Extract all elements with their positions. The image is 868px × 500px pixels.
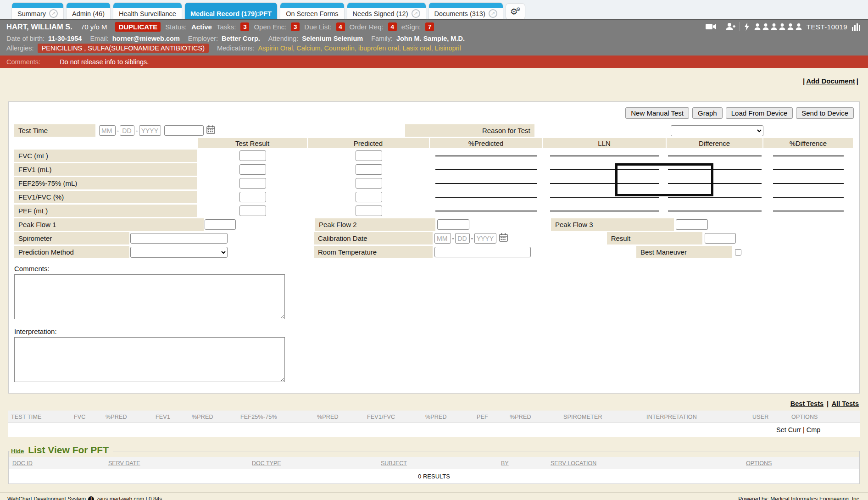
result-input[interactable]: [705, 233, 736, 244]
interpretation-textarea[interactable]: [14, 337, 285, 382]
tasks-badge[interactable]: 3: [240, 22, 249, 31]
send-to-device-button[interactable]: Send to Device: [796, 107, 854, 119]
test-date-month-input[interactable]: [99, 125, 116, 136]
email-label: Email:: [90, 35, 108, 42]
percent-difference-value-line: [773, 211, 844, 211]
allergies-value[interactable]: PENICILLINS , SULFA(SULFONAMIDE ANTIBIOT…: [38, 44, 209, 53]
predicted-input[interactable]: [356, 178, 382, 189]
prediction-method-select[interactable]: [130, 247, 228, 258]
separator: |: [827, 400, 829, 407]
tab-medical-record[interactable]: Medical Record (179):PFT: [185, 3, 277, 19]
predicted-input[interactable]: [356, 150, 382, 161]
info-icon[interactable]: i: [88, 496, 94, 500]
set-curr-cmp-actions[interactable]: Set Curr | Cmp: [776, 426, 820, 433]
list-column-header[interactable]: DOC ID: [12, 460, 33, 467]
test-date-year-input[interactable]: [139, 125, 161, 136]
medications-value[interactable]: Aspirin Oral, Calcium, Coumadin, ibuprof…: [258, 44, 461, 52]
test-result-input[interactable]: [239, 178, 266, 189]
tab-label: Admin (46): [72, 10, 105, 17]
patient-queue-icons[interactable]: [754, 23, 802, 30]
test-date-day-input[interactable]: [120, 125, 134, 136]
settings-button[interactable]: ⚙⚙: [506, 4, 525, 19]
tab-on-screen-forms[interactable]: On Screen Forms: [280, 3, 344, 19]
test-result-input[interactable]: [239, 192, 266, 202]
list-column-header[interactable]: DOC TYPE: [252, 460, 281, 467]
list-view-title: List View For PFT: [28, 444, 109, 456]
best-maneuver-checkbox[interactable]: [735, 249, 741, 256]
duplicate-flag[interactable]: DUPLICATE: [115, 22, 161, 32]
percent-predicted-value-line: [435, 169, 537, 170]
test-result-input[interactable]: [239, 164, 266, 175]
person-icon: [770, 23, 778, 30]
list-column-header[interactable]: BY: [501, 460, 509, 467]
peak-flow-1-input[interactable]: [205, 219, 236, 230]
room-temperature-input[interactable]: [434, 247, 531, 257]
calendar-icon[interactable]: [206, 125, 215, 136]
tab-label: Summary: [17, 10, 46, 17]
graph-button[interactable]: Graph: [692, 107, 723, 119]
employer-value: Better Corp.: [222, 35, 260, 42]
results-column-header: INTERPRETATION: [646, 414, 697, 420]
separator: -: [471, 234, 473, 243]
order-req-badge[interactable]: 4: [388, 22, 397, 31]
test-result-input[interactable]: [239, 206, 266, 216]
lightning-icon[interactable]: [744, 22, 750, 31]
video-camera-icon[interactable]: [706, 23, 717, 30]
pft-toolbar: New Manual Test Graph Load From Device S…: [14, 107, 854, 119]
tab-health-surveillance[interactable]: Health Surveillance: [113, 3, 182, 19]
bar-chart-icon[interactable]: [851, 22, 862, 31]
tab-label: Needs Signed (12): [353, 10, 408, 17]
reason-for-test-select[interactable]: [671, 125, 763, 136]
load-from-device-button[interactable]: Load From Device: [726, 107, 793, 119]
peak-flow-3-input[interactable]: [676, 219, 708, 230]
add-document-link[interactable]: Add Document: [806, 77, 855, 85]
predicted-input[interactable]: [356, 192, 382, 202]
calendar-icon[interactable]: [499, 233, 508, 244]
person-icon: [795, 23, 802, 30]
esign-badge[interactable]: 7: [425, 22, 434, 31]
open-enc-badge[interactable]: 3: [291, 22, 300, 31]
employer-label: Employer:: [188, 35, 218, 42]
tab-label: Health Surveillance: [119, 10, 176, 17]
calibration-day-input[interactable]: [455, 233, 470, 244]
results-column-header: OPTIONS: [791, 414, 818, 420]
results-column-header: SPIROMETER: [563, 414, 602, 420]
column-header: Predicted: [308, 138, 429, 148]
peak-flow-2-input[interactable]: [437, 219, 469, 230]
tab-needs-signed[interactable]: Needs Signed (12) ↗: [347, 3, 426, 19]
list-column-header[interactable]: SUBJECT: [381, 460, 407, 467]
test-result-input[interactable]: [239, 150, 266, 161]
list-column-header[interactable]: SERV LOCATION: [551, 460, 596, 467]
footer-host: zeus.med-web.com | 0.84s: [96, 496, 162, 500]
add-user-icon[interactable]: [725, 22, 735, 31]
due-list-badge[interactable]: 4: [336, 22, 345, 31]
popout-icon[interactable]: ↗: [489, 9, 497, 18]
all-tests-link[interactable]: All Tests: [832, 400, 859, 407]
list-column-header[interactable]: OPTIONS: [746, 460, 772, 467]
spirometer-input[interactable]: [130, 233, 228, 244]
predicted-input[interactable]: [356, 206, 382, 216]
test-time-input[interactable]: [164, 125, 204, 136]
new-manual-test-button[interactable]: New Manual Test: [625, 107, 689, 119]
family-value: John M. Sample, M.D.: [396, 35, 465, 42]
tab-summary[interactable]: Summary ↗: [12, 3, 63, 19]
separator: -: [135, 127, 138, 135]
calibration-month-input[interactable]: [434, 233, 451, 244]
dob-label: Date of birth:: [6, 35, 45, 42]
predicted-input[interactable]: [356, 164, 382, 175]
popout-icon[interactable]: ↗: [412, 9, 420, 18]
hide-link[interactable]: Hide: [11, 448, 24, 455]
comments-textarea[interactable]: [14, 274, 285, 319]
list-column-header[interactable]: SERV DATE: [108, 460, 140, 467]
percent-predicted-value-line: [435, 211, 537, 211]
popout-icon[interactable]: ↗: [49, 9, 58, 18]
best-tests-link[interactable]: Best Tests: [790, 400, 823, 407]
calibration-year-input[interactable]: [474, 233, 496, 244]
medications-label: Medications:: [217, 44, 254, 52]
patient-name: HART, WILLIAM S.: [6, 22, 72, 31]
result-label: Result: [607, 232, 702, 244]
tab-admin[interactable]: Admin (46): [67, 3, 110, 19]
tab-documents[interactable]: Documents (313) ↗: [429, 3, 503, 19]
gear-icon: ⚙: [516, 6, 521, 12]
percent-difference-value-line: [773, 183, 844, 184]
